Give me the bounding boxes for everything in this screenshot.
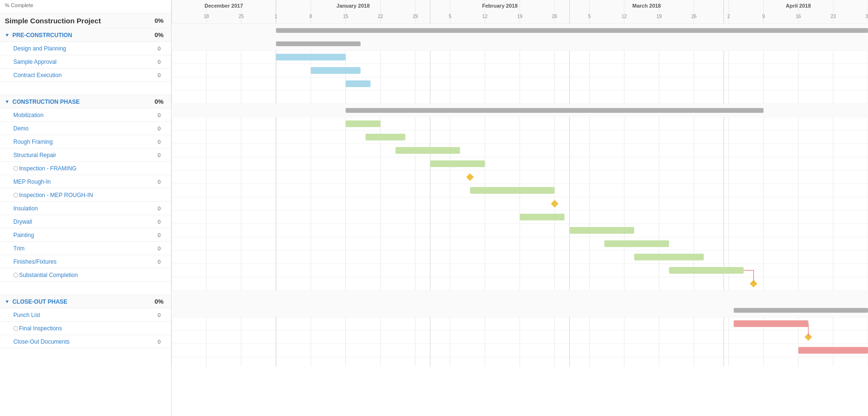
task-row-structural: Structural Repair 0 bbox=[0, 149, 171, 162]
phase-label-construction: CONSTRUCTION PHASE bbox=[12, 99, 147, 105]
task-row-design: Design and Planning 0 bbox=[0, 42, 171, 55]
task-pct-finishes: 0 bbox=[147, 259, 171, 265]
task-row-painting: Painting 0 bbox=[0, 228, 171, 242]
task-row-drywall: Drywall 0 bbox=[0, 215, 171, 228]
phase-row-preconstruction: ▼ PRE-CONSTRCUTION 0% bbox=[0, 29, 171, 42]
gantt-container: % Complete Simple Construction Project 0… bbox=[0, 0, 868, 416]
svg-rect-88 bbox=[346, 80, 371, 87]
task-pct-sample: 0 bbox=[147, 59, 171, 65]
task-label-roughframing[interactable]: Rough Framing bbox=[13, 139, 147, 145]
task-label-final-insp[interactable]: Final Inspections bbox=[19, 325, 147, 332]
svg-text:19: 19 bbox=[656, 14, 662, 19]
task-pct-painting: 0 bbox=[147, 232, 171, 238]
task-row-final-insp: Final Inspections bbox=[0, 322, 171, 335]
svg-rect-82 bbox=[172, 290, 868, 304]
chevron-closeout[interactable]: ▼ bbox=[5, 299, 10, 304]
task-row-mobilization: Mobilization 0 bbox=[0, 109, 171, 122]
task-label-insp-framing[interactable]: Inspection - FRAMING bbox=[19, 165, 147, 172]
svg-rect-100 bbox=[634, 254, 704, 260]
project-title-row: Simple Construction Project 0% bbox=[0, 13, 171, 29]
task-row-insp-framing: Inspection - FRAMING bbox=[0, 162, 171, 175]
svg-text:12: 12 bbox=[622, 14, 627, 19]
milestone-circle-mep bbox=[13, 193, 18, 198]
task-pct-design: 0 bbox=[147, 46, 171, 51]
task-row-demo: Demo 0 bbox=[0, 122, 171, 135]
phase-row-closeout: ▼ CLOSE-OUT PHASE 0% bbox=[0, 295, 171, 308]
svg-text:30: 30 bbox=[865, 14, 868, 19]
task-pct-closeout-docs: 0 bbox=[147, 339, 171, 345]
percent-complete-label: % Complete bbox=[5, 2, 33, 8]
task-label-drywall[interactable]: Drywall bbox=[13, 218, 147, 225]
svg-rect-92 bbox=[395, 147, 460, 154]
svg-text:January 2018: January 2018 bbox=[336, 3, 370, 9]
task-label-mobilization[interactable]: Mobilization bbox=[13, 112, 147, 119]
spacer-2 bbox=[0, 282, 171, 295]
phase-pct-construction: 0% bbox=[147, 98, 171, 105]
task-pct-punchlist: 0 bbox=[147, 312, 171, 318]
svg-rect-84 bbox=[276, 28, 868, 33]
task-label-painting[interactable]: Painting bbox=[13, 232, 147, 238]
task-label-substantial[interactable]: Substantial Completion bbox=[19, 272, 147, 278]
svg-text:5: 5 bbox=[449, 14, 452, 19]
task-label-demo[interactable]: Demo bbox=[13, 125, 147, 132]
task-pct-roughframing: 0 bbox=[147, 139, 171, 145]
task-label-finishes[interactable]: Finishes/Fixtures bbox=[13, 258, 147, 265]
task-label-structural[interactable]: Structural Repair bbox=[13, 152, 147, 158]
svg-text:19: 19 bbox=[517, 14, 523, 19]
task-label-mep[interactable]: MEP Rough-In bbox=[13, 178, 147, 185]
svg-text:February 2018: February 2018 bbox=[482, 3, 518, 9]
svg-text:December 2017: December 2017 bbox=[204, 3, 243, 9]
svg-rect-103 bbox=[734, 308, 868, 313]
svg-text:29: 29 bbox=[413, 14, 418, 19]
task-row-insp-mep: Inspection - MEP ROUGH-IN bbox=[0, 188, 171, 202]
svg-text:1: 1 bbox=[275, 14, 278, 19]
svg-rect-99 bbox=[605, 240, 669, 247]
left-panel: % Complete Simple Construction Project 0… bbox=[0, 0, 172, 416]
svg-text:16: 16 bbox=[796, 14, 801, 19]
svg-text:23: 23 bbox=[830, 14, 836, 19]
task-row-substantial: Substantial Completion bbox=[0, 268, 171, 282]
task-row-sample: Sample Approval 0 bbox=[0, 55, 171, 69]
task-label-design[interactable]: Design and Planning bbox=[13, 45, 147, 52]
chevron-preconstruction[interactable]: ▼ bbox=[5, 32, 10, 38]
task-label-insp-mep[interactable]: Inspection - MEP ROUGH-IN bbox=[19, 192, 147, 198]
svg-rect-80 bbox=[172, 37, 868, 50]
svg-rect-91 bbox=[365, 134, 405, 140]
phase-label-preconstruction: PRE-CONSTRCUTION bbox=[12, 32, 147, 39]
svg-rect-98 bbox=[569, 227, 634, 234]
svg-text:15: 15 bbox=[343, 14, 349, 19]
task-pct-demo: 0 bbox=[147, 126, 171, 131]
project-pct: 0% bbox=[147, 17, 171, 24]
phase-row-construction: ▼ CONSTRUCTION PHASE 0% bbox=[0, 95, 171, 109]
task-row-trim: Trim 0 bbox=[0, 242, 171, 255]
task-row-punchlist: Punch List 0 bbox=[0, 308, 171, 322]
svg-text:2: 2 bbox=[727, 14, 730, 19]
task-label-contract[interactable]: Contract Execution bbox=[13, 72, 147, 79]
svg-rect-93 bbox=[430, 160, 485, 167]
task-label-punchlist[interactable]: Punch List bbox=[13, 312, 147, 318]
task-label-sample[interactable]: Sample Approval bbox=[13, 59, 147, 65]
svg-rect-90 bbox=[346, 120, 381, 127]
chevron-construction[interactable]: ▼ bbox=[5, 99, 10, 104]
task-pct-mobilization: 0 bbox=[147, 112, 171, 118]
svg-text:25: 25 bbox=[239, 14, 244, 19]
task-label-closeout-docs[interactable]: Close-Out Documents bbox=[13, 338, 147, 345]
task-label-insulation[interactable]: Insulation bbox=[13, 205, 147, 212]
task-label-trim[interactable]: Trim bbox=[13, 245, 147, 252]
svg-rect-95 bbox=[470, 187, 555, 194]
milestone-circle-final bbox=[13, 326, 18, 331]
svg-rect-85 bbox=[276, 41, 361, 46]
svg-rect-87 bbox=[311, 67, 360, 74]
svg-rect-104 bbox=[734, 320, 808, 327]
left-header: % Complete bbox=[0, 0, 171, 13]
svg-text:9: 9 bbox=[762, 14, 765, 19]
task-pct-contract: 0 bbox=[147, 72, 171, 78]
spacer-1 bbox=[0, 82, 171, 95]
milestone-circle-framing bbox=[13, 166, 18, 171]
phase-label-closeout: CLOSE-OUT PHASE bbox=[12, 298, 147, 305]
svg-rect-106 bbox=[798, 347, 868, 354]
task-pct-drywall: 0 bbox=[147, 219, 171, 225]
svg-rect-101 bbox=[669, 267, 744, 274]
project-title: Simple Construction Project bbox=[5, 17, 147, 25]
svg-text:8: 8 bbox=[310, 14, 313, 19]
